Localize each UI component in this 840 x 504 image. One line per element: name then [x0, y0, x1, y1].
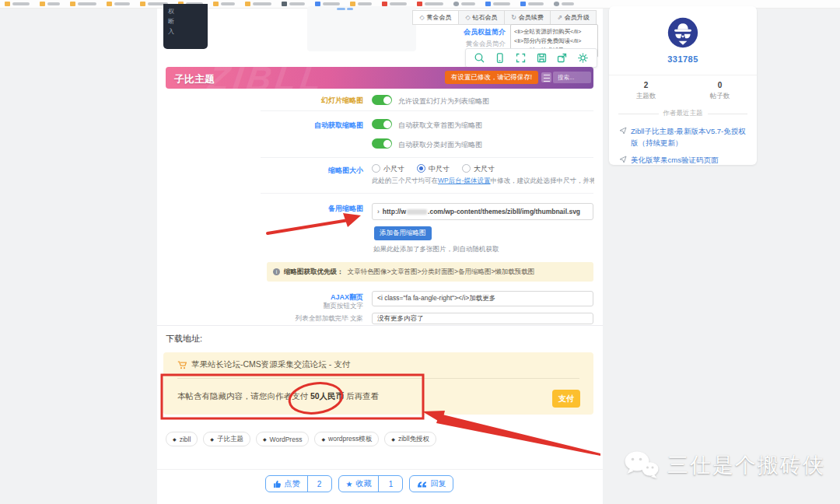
site-icon	[417, 2, 422, 6]
bookmark-item[interactable]	[485, 2, 510, 6]
header-menu-button[interactable]	[541, 72, 551, 82]
favorite-button[interactable]: ★ 收藏	[339, 476, 379, 492]
tag-zibi-theme[interactable]: ◆子比主题	[203, 432, 250, 446]
gem-icon: ◇	[419, 14, 424, 21]
watermark-text: 三仕是个搬砖侠	[667, 451, 825, 479]
tiny-link-stub	[337, 8, 345, 10]
tab-diamond-member[interactable]: ◇钻石会员	[458, 10, 505, 25]
bookmark-item[interactable]	[417, 2, 443, 6]
payment-title-link[interactable]: 苹果站长论坛-CMS资源采集交流论坛 - 支付	[177, 359, 350, 370]
add-backup-thumb-button[interactable]: 添加备用缩略图	[374, 226, 432, 240]
dark-menu-fragment: 权 断 入	[163, 4, 208, 49]
thumb-size-note: 此处的三个尺寸均可在WP后台-媒体设置中修改，建议此处选择中尺寸，并将中尺寸的	[372, 177, 594, 186]
bookmark-item[interactable]	[5, 2, 30, 6]
site-icon	[485, 2, 491, 6]
censored-domain	[407, 209, 427, 215]
pay-button[interactable]: 支付	[552, 390, 580, 408]
like-button[interactable]: 点赞	[266, 476, 307, 492]
bookmark-item[interactable]	[40, 2, 60, 6]
wp-media-settings-link[interactable]: WP后台-媒体设置	[438, 177, 491, 184]
bookmark-item[interactable]	[350, 2, 372, 6]
favorite-count[interactable]: 1	[378, 476, 402, 492]
auto-thumb-toggle-1[interactable]	[372, 119, 392, 129]
globe-icon	[554, 2, 559, 6]
folder-icon	[350, 2, 355, 6]
info-icon: i	[273, 268, 280, 275]
tag-wordpress[interactable]: ◆WordPress	[256, 432, 310, 446]
settings-gear-icon[interactable]	[577, 52, 589, 64]
zibll-watermark: ZIBLL	[205, 67, 327, 89]
ajax-button-text-input[interactable]: <i class="fa fa-angle-right"></i>加载更多	[372, 291, 593, 306]
site-icon	[382, 2, 387, 6]
tab-gold-member[interactable]: ◇黄金会员	[412, 10, 459, 25]
ajax-sublabel: 翻页按钮文字	[257, 302, 363, 311]
membership-tabs: ◇黄金会员 ◇钻石会员 ↻会员续费 ⇗会员升级	[413, 10, 597, 25]
site-icon	[315, 2, 320, 6]
fragment-char: 权	[168, 6, 208, 16]
auto-thumb-label: 自动获取缩略图	[257, 121, 363, 131]
recent-topic-link[interactable]: Zibll子比主题-最新版本V5.7-免授权版（持续更新）	[619, 125, 749, 149]
site-icon	[282, 2, 287, 6]
tag-zibll-free[interactable]: ◆zibll免授权	[384, 432, 436, 446]
tiny-link-stub	[347, 8, 353, 10]
bookmark-item[interactable]	[282, 2, 305, 6]
folder-icon	[107, 2, 112, 6]
price-text: 50人民币	[310, 391, 344, 401]
like-count[interactable]: 2	[307, 476, 331, 492]
mobile-icon[interactable]	[494, 52, 506, 64]
chevron-right-icon: ›	[377, 208, 380, 215]
bookmark-item[interactable]	[554, 2, 574, 6]
tag-icon: ◆	[391, 436, 395, 442]
folder-icon	[140, 2, 145, 6]
post-actions: 点赞 2 ★ 收藏 1 回复	[157, 475, 562, 492]
quote-icon	[417, 481, 427, 488]
slide-thumb-label: 幻灯片缩略图	[257, 96, 363, 106]
chart-up-icon: ⇗	[557, 14, 562, 21]
author-username[interactable]: 331785	[609, 54, 757, 64]
zoom-icon[interactable]	[474, 52, 485, 64]
bookmark-item[interactable]	[107, 2, 130, 6]
tab-member-renew[interactable]: ↻会员续费	[504, 10, 551, 25]
reply-button-group: 回复	[409, 475, 453, 492]
bookmark-item[interactable]	[245, 2, 271, 6]
folder-icon	[40, 2, 45, 6]
author-avatar[interactable]	[667, 17, 698, 51]
screenshot-toolbar	[465, 48, 597, 68]
thumb-size-label: 缩略图大小	[257, 166, 363, 176]
radio-medium[interactable]: 中尺寸	[417, 164, 450, 174]
recent-topic-link[interactable]: 美化版苹果cms验证码页面	[619, 154, 749, 166]
auto-thumb-toggle-2[interactable]	[372, 138, 392, 149]
save-alert-button[interactable]: 有设置已修改，请记得保存!	[445, 71, 538, 84]
cart-icon	[177, 361, 187, 369]
tab-member-upgrade[interactable]: ⇗会员升级	[550, 10, 597, 25]
bookmark-item[interactable]	[213, 2, 235, 6]
paper-plane-icon	[619, 156, 627, 163]
like-button-group: 点赞 2	[265, 475, 332, 492]
bookmark-item[interactable]	[70, 2, 96, 6]
bookmark-item[interactable]	[382, 2, 407, 6]
bookmark-item[interactable]	[520, 2, 544, 6]
save-icon[interactable]	[536, 52, 548, 64]
benefit-field-label: 会员权益简介 黄金会员简介	[420, 27, 506, 49]
list-finished-input[interactable]: 没有更多内容了	[372, 313, 593, 324]
folder-icon	[245, 2, 250, 6]
backup-thumb-note: 如果此处添加了多张图片，则自动随机获取	[373, 245, 499, 254]
radio-small[interactable]: 小尺寸	[372, 164, 404, 174]
tag-wordpress-template[interactable]: ◆wordpress模板	[314, 432, 379, 446]
post-count-stat: 0 帖子数	[683, 81, 757, 101]
slide-thumb-toggle[interactable]	[372, 95, 392, 105]
tag-zibll[interactable]: ◆zibll	[166, 432, 198, 446]
tag-icon: ◆	[210, 436, 214, 442]
share-icon[interactable]	[556, 52, 568, 64]
recent-topics-title: 作者最近主题	[618, 109, 747, 118]
folder-icon	[5, 2, 10, 6]
wechat-icon	[624, 450, 660, 481]
author-stats: 2 主题数 0 帖子数	[609, 81, 757, 101]
bookmark-item[interactable]	[315, 2, 340, 6]
expand-icon[interactable]	[515, 52, 527, 64]
radio-large[interactable]: 大尺寸	[462, 164, 495, 174]
reply-button[interactable]: 回复	[410, 476, 453, 492]
backup-thumb-url-input[interactable]: › http://w.com/wp-content/themes/zibll/i…	[372, 203, 593, 220]
settings-search-input[interactable]: 搜索...	[553, 72, 591, 83]
bookmark-item[interactable]	[453, 2, 475, 6]
